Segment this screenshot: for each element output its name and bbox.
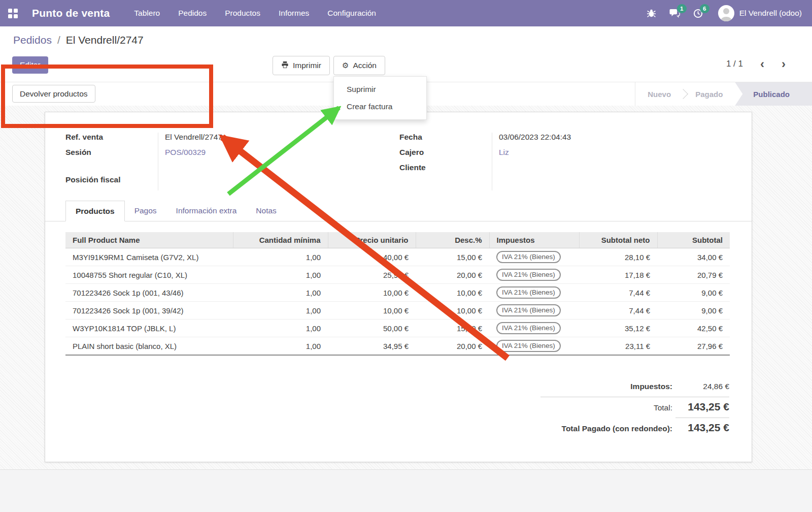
cell-net: 23,11 € <box>579 337 657 356</box>
print-button[interactable]: Imprimir <box>273 56 330 75</box>
table-row[interactable]: 701223426 Sock 1p (001, 43/46) 1,00 10,0… <box>65 284 730 302</box>
breadcrumb-separator: / <box>57 34 60 46</box>
notebook-tabs: Productos Pagos Información extra Notas <box>45 201 752 221</box>
cell-qty: 1,00 <box>233 302 328 319</box>
tab-productos[interactable]: Productos <box>65 201 125 221</box>
menu-item-informes[interactable]: Informes <box>279 9 309 18</box>
tab-informacion-extra[interactable]: Información extra <box>166 201 247 221</box>
field-label: Cliente <box>399 163 499 172</box>
cell-qty: 1,00 <box>233 266 328 284</box>
tax-tag: IVA 21% (Bienes) <box>496 286 561 299</box>
app-title: Punto de venta <box>32 7 110 19</box>
cell-product-name: 701223426 Sock 1p (001, 43/46) <box>65 284 233 302</box>
cell-product-name: PLAIN short basic (blanco, XL) <box>65 337 233 356</box>
messages-badge: 1 <box>677 4 687 13</box>
col-subtotal[interactable]: Subtotal <box>657 232 730 248</box>
tax-total-label: Impuestos: <box>540 382 672 391</box>
cell-price: 25,99 € <box>328 266 416 284</box>
cell-product-name: 10048755 Short regular (C10, XL) <box>65 266 233 284</box>
tax-tag: IVA 21% (Bienes) <box>496 251 561 263</box>
cell-product-name: W3YP10K1814 TOP (JBLK, L) <box>65 319 233 337</box>
cell-discount: 10,00 € <box>416 302 489 319</box>
total-value: 143,25 € <box>672 401 729 413</box>
breadcrumb-parent[interactable]: Pedidos <box>13 34 52 46</box>
breadcrumb: Pedidos / El Vendrell/2747 <box>0 26 812 54</box>
col-full-product-name[interactable]: Full Product Name <box>65 232 233 248</box>
cell-qty: 1,00 <box>233 248 328 266</box>
tab-notas[interactable]: Notas <box>246 201 286 221</box>
cell-price: 50,00 € <box>328 319 416 337</box>
menu-item-suprimir[interactable]: Suprimir <box>334 81 426 98</box>
col-subtotal-neto[interactable]: Subtotal neto <box>579 232 657 248</box>
col-precio-unitario[interactable]: Precio unitario <box>328 232 416 248</box>
activities-clock-icon[interactable]: 6 <box>693 9 703 18</box>
cell-discount: 15,00 € <box>416 319 489 337</box>
col-cantidad-minima[interactable]: Cantidad mínima <box>233 232 328 248</box>
table-row[interactable]: 701223426 Sock 1p (001, 39/42) 1,00 10,0… <box>65 302 730 319</box>
field-sesion: Sesión POS/00329 <box>65 148 206 157</box>
cell-tax: IVA 21% (Bienes) <box>489 302 579 319</box>
tax-tag: IVA 21% (Bienes) <box>496 304 561 316</box>
cell-discount: 15,00 € <box>416 248 489 266</box>
cell-qty: 1,00 <box>233 319 328 337</box>
menu-item-productos[interactable]: Productos <box>225 9 260 18</box>
cell-subtotal: 9,00 € <box>657 302 730 319</box>
field-value: El Vendrell/2747 <box>165 133 222 142</box>
tax-tag: IVA 21% (Bienes) <box>496 269 561 281</box>
tab-pagos[interactable]: Pagos <box>125 201 166 221</box>
status-publicado[interactable]: Publicado <box>735 82 812 106</box>
print-button-label: Imprimir <box>293 61 321 70</box>
debug-bug-icon[interactable] <box>647 9 656 18</box>
pager-next-icon[interactable]: › <box>782 58 786 70</box>
status-pagado[interactable]: Pagado <box>683 82 735 106</box>
user-avatar[interactable] <box>718 5 734 21</box>
menu-item-pedidos[interactable]: Pedidos <box>178 9 207 18</box>
cell-tax: IVA 21% (Bienes) <box>489 248 579 266</box>
menu-item-configuracion[interactable]: Configuración <box>327 9 376 18</box>
cell-net: 28,10 € <box>579 248 657 266</box>
table-row[interactable]: W3YP10K1814 TOP (JBLK, L) 1,00 50,00 € 1… <box>65 319 730 337</box>
navbar-right: 1 6 El Vendrell (odoo) <box>633 5 812 21</box>
cell-subtotal: 42,50 € <box>657 319 730 337</box>
paid-label: Total Pagado (con redondeo): <box>540 424 672 433</box>
status-nuevo[interactable]: Nuevo <box>635 82 683 106</box>
cell-discount: 20,00 € <box>416 266 489 284</box>
cell-price: 40,00 € <box>328 248 416 266</box>
field-posicion-fiscal: Posición fiscal <box>65 175 165 184</box>
cell-product-name: 701223426 Sock 1p (001, 39/42) <box>65 302 233 319</box>
table-row[interactable]: PLAIN short basic (blanco, XL) 1,00 34,9… <box>65 337 730 356</box>
cell-net: 17,18 € <box>579 266 657 284</box>
cell-qty: 1,00 <box>233 337 328 356</box>
cell-subtotal: 27,96 € <box>657 337 730 356</box>
products-table: Full Product Name Cantidad mínima Precio… <box>65 232 730 356</box>
return-products-button[interactable]: Devolver productos <box>12 85 95 103</box>
apps-grid-icon[interactable] <box>8 9 18 18</box>
cell-price: 34,95 € <box>328 337 416 356</box>
pager-previous-icon[interactable]: ‹ <box>760 58 764 70</box>
cell-subtotal: 34,00 € <box>657 248 730 266</box>
printer-icon <box>281 61 289 71</box>
col-impuestos[interactable]: Impuestos <box>489 232 579 248</box>
field-label: Posición fiscal <box>65 175 165 184</box>
top-navbar: Punto de venta Tablero Pedidos Productos… <box>0 0 812 26</box>
tax-tag: IVA 21% (Bienes) <box>496 340 561 352</box>
field-cajero: Cajero Liz <box>399 148 509 157</box>
cell-subtotal: 9,00 € <box>657 284 730 302</box>
cashier-link[interactable]: Liz <box>499 148 509 157</box>
session-link[interactable]: POS/00329 <box>165 148 206 157</box>
table-row[interactable]: 10048755 Short regular (C10, XL) 1,00 25… <box>65 266 730 284</box>
cell-tax: IVA 21% (Bienes) <box>489 319 579 337</box>
user-menu[interactable]: El Vendrell (odoo) <box>739 9 802 18</box>
cell-product-name: M3YI91K9RM1 Camiseta (G7V2, XL) <box>65 248 233 266</box>
table-row[interactable]: M3YI91K9RM1 Camiseta (G7V2, XL) 1,00 40,… <box>65 248 730 266</box>
messages-chat-icon[interactable]: 1 <box>669 9 680 18</box>
action-dropdown-menu: Suprimir Crear factura <box>333 76 427 120</box>
action-button[interactable]: ⚙ Acción <box>333 56 385 75</box>
col-desc[interactable]: Desc.% <box>416 232 489 248</box>
form-view-background: Ref. venta El Vendrell/2747 Sesión POS/0… <box>0 106 812 470</box>
menu-item-crear-factura[interactable]: Crear factura <box>334 98 426 115</box>
pager: 1 / 1 ‹ › <box>726 58 786 70</box>
menu-item-tablero[interactable]: Tablero <box>134 9 160 18</box>
tax-tag: IVA 21% (Bienes) <box>496 322 561 334</box>
edit-button[interactable]: Editar <box>12 56 48 74</box>
